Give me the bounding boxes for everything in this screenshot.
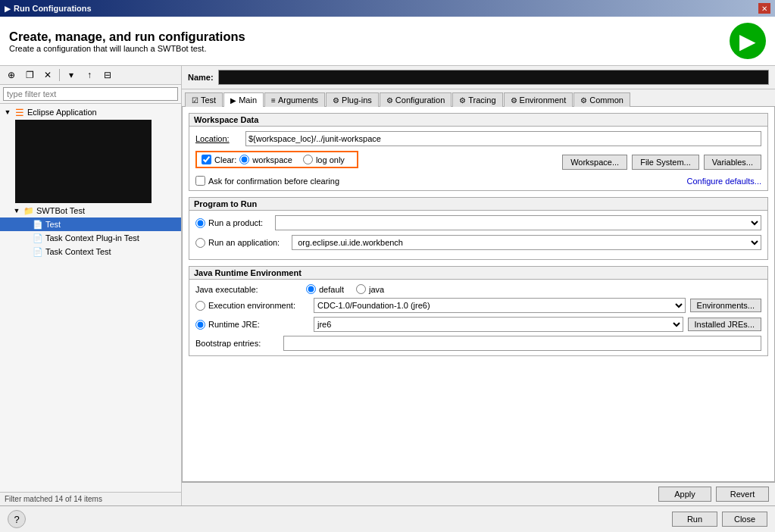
close-button[interactable]: Close (722, 512, 767, 527)
workspace-radio[interactable] (239, 155, 249, 164)
configure-defaults-anchor[interactable]: Configure defaults... (687, 177, 761, 186)
tab-configuration-label: Configuration (395, 95, 445, 105)
tab-configuration[interactable]: ⚙ Configuration (380, 92, 452, 107)
workspace-data-group: Workspace Data Location: Clear: (189, 113, 768, 191)
tree-item-task-plugin[interactable]: 📄 Task Context Plug-in Test (0, 231, 181, 245)
expander-swtbot[interactable]: ▼ (12, 207, 21, 214)
runtime-jre-row: Runtime JRE: jre6 Installed JREs... (195, 317, 761, 332)
filter-button[interactable]: ▾ (63, 67, 80, 83)
tab-arguments-label: Arguments (278, 95, 318, 105)
arguments-tab-icon: ≡ (271, 96, 276, 105)
left-status: Filter matched 14 of 14 items (0, 492, 181, 505)
tab-common[interactable]: ⚙ Common (573, 92, 630, 107)
runtime-jre-select[interactable]: jre6 (314, 317, 683, 332)
workspace-data-title: Workspace Data (189, 114, 767, 127)
logonly-radio[interactable] (303, 155, 313, 164)
run-app-select[interactable]: org.eclipse.ui.ide.workbench (292, 235, 761, 250)
clear-checkbox[interactable] (202, 155, 211, 164)
tab-plugins[interactable]: ⚙ Plug-ins (326, 92, 379, 107)
run-app-radio[interactable] (195, 238, 205, 248)
exec-env-radio[interactable] (195, 301, 205, 311)
tab-test[interactable]: ☑ Test (185, 92, 223, 107)
eclipse-app-icon: ☰ (14, 106, 26, 118)
logonly-radio-label: log only (316, 155, 345, 164)
tabs-bar: ☑ Test ▶ Main ≡ Arguments ⚙ Plug-ins ⚙ (182, 89, 775, 107)
apply-button[interactable]: Apply (658, 487, 711, 502)
header-title: Create, manage, and run configurations (9, 30, 720, 44)
revert-button[interactable]: Revert (716, 487, 769, 502)
tab-content-main: Workspace Data Location: Clear: (182, 107, 775, 482)
help-button[interactable]: ? (8, 510, 26, 528)
name-label: Name: (188, 73, 214, 82)
runtime-jre-label: Runtime JRE: (208, 320, 260, 329)
window-title: Run Configurations (14, 4, 92, 13)
tab-main-label: Main (239, 95, 257, 105)
apply-revert-row: Apply Revert (182, 482, 775, 505)
tab-plugins-label: Plug-ins (342, 95, 372, 105)
run-product-row: Run a product: (195, 215, 761, 230)
run-app-label: Run an application: (208, 238, 280, 247)
variables-button[interactable]: Variables... (704, 155, 761, 170)
run-product-radio[interactable] (195, 218, 205, 228)
jre-group: Java Runtime Environment Java executable… (189, 266, 768, 356)
exec-java-radio[interactable] (356, 284, 366, 294)
name-row: Name: (182, 66, 775, 89)
tree-label-test: Test (45, 220, 61, 229)
plugins-tab-icon: ⚙ (333, 96, 339, 105)
left-toolbar: ⊕ ❐ ✕ ▾ ↑ ⊟ (0, 66, 181, 85)
location-label: Location: (195, 134, 241, 143)
name-input[interactable] (218, 70, 769, 85)
file-system-button[interactable]: File System... (632, 155, 699, 170)
collapse-all-button[interactable]: ⊟ (99, 67, 116, 83)
exec-env-select[interactable]: CDC-1.0/Foundation-1.0 (jre6) (314, 298, 686, 313)
workspace-btn-group: Workspace... File System... Variables... (562, 155, 761, 170)
new-config-button[interactable]: ⊕ (3, 67, 20, 83)
expander-eclipse-app[interactable]: ▼ (3, 108, 12, 116)
runtime-jre-radio[interactable] (195, 320, 205, 330)
right-panel: Name: ☑ Test ▶ Main ≡ Arguments ⚙ (182, 66, 775, 505)
run-product-select[interactable] (275, 215, 761, 230)
tab-tracing-label: Tracing (468, 95, 495, 105)
tree-item-eclipse-app[interactable]: ▼ ☰ Eclipse Application (0, 105, 181, 119)
run-button[interactable]: Run (672, 512, 717, 527)
location-underline: Location: (195, 134, 230, 143)
test-tab-icon: ☑ (192, 96, 198, 105)
tree-item-task-context[interactable]: 📄 Task Context Test (0, 245, 181, 258)
tree-item-swtbot[interactable]: ▼ 📁 SWTBot Test (0, 204, 181, 217)
ask-confirm-checkbox[interactable] (195, 176, 205, 186)
duplicate-config-button[interactable]: ❐ (21, 67, 38, 83)
installed-jres-button[interactable]: Installed JREs... (688, 318, 761, 331)
location-input[interactable] (245, 131, 761, 146)
filter-input[interactable] (3, 87, 178, 101)
configure-defaults-link[interactable]: Configure defaults... (687, 177, 761, 186)
tab-arguments[interactable]: ≡ Arguments (264, 92, 325, 107)
workspace-button[interactable]: Workspace... (562, 155, 627, 170)
task-context-icon: 📄 (32, 246, 44, 258)
jre-title: Java Runtime Environment (189, 267, 767, 280)
toolbar-separator (59, 69, 60, 81)
tree-label-task-context: Task Context Test (45, 247, 111, 256)
tab-tracing[interactable]: ⚙ Tracing (452, 92, 502, 107)
tree-label-task-plugin: Task Context Plug-in Test (45, 233, 139, 243)
environments-button[interactable]: Environments... (690, 299, 761, 312)
run-icon: ▶ (730, 23, 766, 59)
delete-config-button[interactable]: ✕ (39, 67, 56, 83)
left-panel: ⊕ ❐ ✕ ▾ ↑ ⊟ ▼ ☰ Eclipse Application (0, 66, 182, 505)
tree-label-eclipse-app: Eclipse Application (27, 108, 97, 117)
common-tab-icon: ⚙ (580, 96, 587, 105)
exec-default-label: default (319, 285, 344, 294)
bootstrap-input[interactable] (283, 336, 761, 351)
logonly-radio-group: log only (303, 155, 345, 164)
tree-item-test[interactable]: 📄 Test (0, 217, 181, 231)
run-application-row: Run an application: org.eclipse.ui.ide.w… (195, 235, 761, 250)
export-button[interactable]: ↑ (81, 67, 98, 83)
program-to-run-group: Program to Run Run a product: (189, 197, 768, 260)
tab-main[interactable]: ▶ Main (223, 92, 264, 107)
filter-box (0, 85, 181, 104)
header-subtitle: Create a configuration that will launch … (9, 44, 720, 53)
environment-tab-icon: ⚙ (511, 96, 517, 105)
tab-environment[interactable]: ⚙ Environment (504, 92, 573, 107)
exec-default-radio[interactable] (306, 284, 316, 294)
close-window-button[interactable]: ✕ (758, 3, 770, 14)
java-executable-row: Java executable: default java (195, 284, 761, 294)
